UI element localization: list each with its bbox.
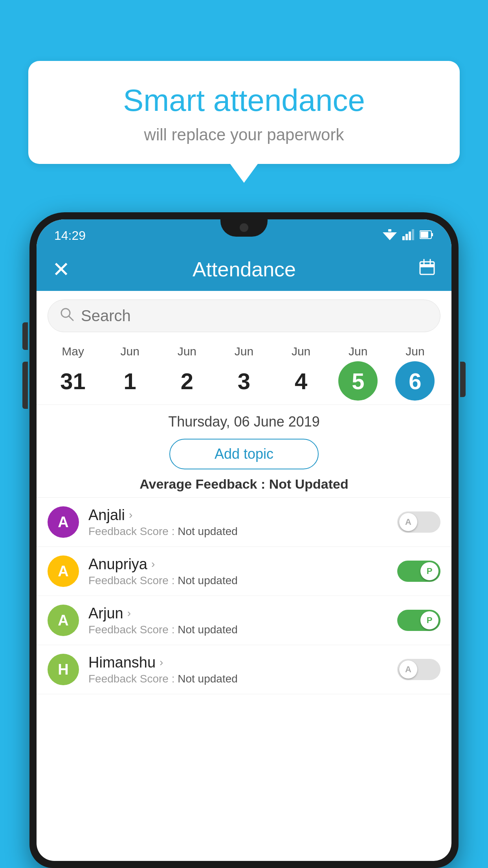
chevron-icon: ›	[129, 509, 132, 521]
date-number[interactable]: 3	[224, 361, 264, 401]
date-item[interactable]: May31	[50, 345, 97, 401]
date-item[interactable]: Jun4	[277, 345, 325, 401]
avatar: A	[48, 605, 79, 636]
svg-line-19	[69, 316, 73, 320]
phone-screen: 14:29	[37, 219, 451, 861]
avg-feedback-value: Not Updated	[269, 476, 349, 491]
bubble-title: Smart attendance	[52, 83, 436, 118]
svg-marker-0	[383, 232, 397, 240]
bubble-subtitle: will replace your paperwork	[52, 125, 436, 144]
student-info: Anjali ›Feedback Score : Not updated	[88, 507, 397, 538]
attendance-toggle[interactable]: P	[397, 610, 440, 631]
status-icons	[383, 229, 434, 242]
student-info: Himanshu ›Feedback Score : Not updated	[88, 654, 397, 685]
date-number[interactable]: 1	[110, 361, 150, 401]
toggle-knob: A	[399, 660, 417, 679]
date-selector: May31Jun1Jun2Jun3Jun4Jun5Jun6	[37, 341, 451, 405]
student-list: AAnjali ›Feedback Score : Not updatedAAA…	[37, 498, 451, 694]
svg-point-16	[423, 272, 425, 274]
toggle-container[interactable]: A	[397, 511, 440, 533]
avg-feedback-label: Average Feedback :	[139, 476, 269, 491]
attendance-toggle[interactable]: P	[397, 561, 440, 582]
date-month: Jun	[292, 345, 310, 358]
camera	[240, 223, 248, 232]
speech-bubble: Smart attendance will replace your paper…	[28, 61, 460, 164]
power-button	[460, 362, 466, 397]
battery-icon	[420, 230, 434, 241]
date-month: May	[62, 345, 84, 358]
svg-rect-4	[409, 232, 411, 240]
search-input[interactable]	[81, 307, 428, 325]
signal-icon	[402, 229, 414, 242]
app-bar: ✕ Attendance	[37, 248, 451, 291]
date-item[interactable]: Jun2	[163, 345, 211, 401]
student-item[interactable]: HHimanshu ›Feedback Score : Not updatedA	[37, 645, 451, 694]
wifi-icon	[383, 229, 397, 242]
toggle-container[interactable]: A	[397, 659, 440, 680]
student-name: Anjali ›	[88, 507, 397, 524]
date-month: Jun	[405, 345, 424, 358]
selected-date: Thursday, 06 June 2019	[37, 405, 451, 436]
svg-point-15	[429, 269, 431, 270]
svg-rect-8	[431, 233, 433, 236]
student-info: Arjun ›Feedback Score : Not updated	[88, 605, 397, 636]
svg-point-13	[423, 269, 425, 270]
date-number[interactable]: 2	[167, 361, 207, 401]
date-item[interactable]: Jun5	[334, 345, 382, 401]
attendance-toggle[interactable]: A	[397, 659, 440, 680]
svg-rect-2	[402, 236, 405, 240]
student-item[interactable]: AAnupriya ›Feedback Score : Not updatedP	[37, 547, 451, 596]
avatar: H	[48, 654, 79, 685]
svg-point-14	[426, 269, 428, 270]
date-month: Jun	[121, 345, 139, 358]
svg-rect-1	[388, 229, 391, 232]
add-topic-button[interactable]: Add topic	[169, 439, 319, 469]
date-month: Jun	[235, 345, 253, 358]
date-number[interactable]: 6	[395, 361, 435, 401]
toggle-knob: A	[399, 513, 417, 531]
student-name: Himanshu ›	[88, 654, 397, 671]
chevron-icon: ›	[151, 558, 155, 570]
chevron-icon: ›	[127, 607, 131, 620]
volume-up-button	[22, 322, 28, 350]
attendance-toggle[interactable]: A	[397, 511, 440, 533]
close-button[interactable]: ✕	[52, 257, 70, 282]
feedback-score: Feedback Score : Not updated	[88, 525, 397, 538]
student-info: Anupriya ›Feedback Score : Not updated	[88, 556, 397, 587]
date-item[interactable]: Jun1	[106, 345, 154, 401]
app-bar-title: Attendance	[193, 257, 296, 281]
chevron-icon: ›	[160, 656, 163, 669]
feedback-score: Feedback Score : Not updated	[88, 623, 397, 636]
date-month: Jun	[178, 345, 196, 358]
date-number[interactable]: 5	[338, 361, 378, 401]
calendar-button[interactable]	[418, 259, 436, 280]
svg-rect-7	[420, 232, 428, 238]
date-number[interactable]: 4	[281, 361, 321, 401]
toggle-knob: P	[420, 562, 438, 580]
date-number[interactable]: 31	[53, 361, 93, 401]
date-item[interactable]: Jun6	[391, 345, 438, 401]
volume-down-button	[22, 362, 28, 409]
feedback-score: Feedback Score : Not updated	[88, 574, 397, 587]
student-item[interactable]: AAnjali ›Feedback Score : Not updatedA	[37, 498, 451, 547]
date-item[interactable]: Jun3	[220, 345, 268, 401]
svg-rect-3	[405, 234, 408, 240]
avatar: A	[48, 555, 79, 587]
date-month: Jun	[349, 345, 367, 358]
status-time: 14:29	[54, 228, 86, 243]
search-bar[interactable]	[48, 300, 440, 332]
student-item[interactable]: AArjun ›Feedback Score : Not updatedP	[37, 596, 451, 645]
notch	[220, 219, 268, 237]
toggle-container[interactable]: P	[397, 610, 440, 631]
toggle-knob: P	[420, 611, 438, 629]
toggle-container[interactable]: P	[397, 561, 440, 582]
avg-feedback: Average Feedback : Not Updated	[37, 476, 451, 498]
svg-rect-10	[420, 264, 434, 267]
search-icon	[60, 307, 74, 325]
student-name: Arjun ›	[88, 605, 397, 622]
feedback-score: Feedback Score : Not updated	[88, 673, 397, 685]
svg-point-17	[426, 272, 428, 274]
svg-rect-5	[412, 229, 414, 240]
avatar: A	[48, 506, 79, 538]
phone-frame: 14:29	[29, 212, 459, 868]
